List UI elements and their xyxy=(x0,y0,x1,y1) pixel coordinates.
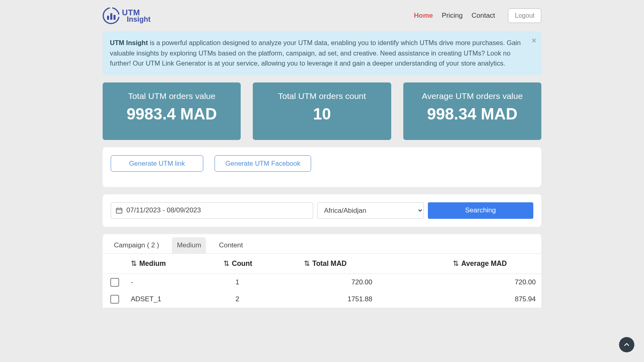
calendar-icon xyxy=(116,207,122,214)
generate-utm-link-button[interactable]: Generate UTM link xyxy=(111,155,203,172)
date-range-value: 07/11/2023 - 08/09/2023 xyxy=(126,206,201,214)
stat-value: 998.34 MAD xyxy=(407,105,537,123)
sort-icon: ⇅ xyxy=(131,259,137,267)
stat-avg-value: Average UTM orders value 998.34 MAD xyxy=(403,82,541,140)
stat-value: 10 xyxy=(257,105,387,123)
nav-contact[interactable]: Contact xyxy=(471,12,495,20)
stat-total-value: Total UTM orders value 9983.4 MAD xyxy=(103,82,241,140)
logo[interactable]: UTM Insight xyxy=(103,7,151,24)
info-alert: UTM Insight is a powerful application de… xyxy=(103,31,541,75)
sort-icon: ⇅ xyxy=(304,259,310,267)
tabs: Campaign ( 2 ) Medium Content xyxy=(103,234,541,254)
row-checkbox[interactable] xyxy=(110,295,119,304)
row-checkbox[interactable] xyxy=(110,278,119,287)
sort-icon: ⇅ xyxy=(453,259,459,267)
cell-medium: ADSET_1 xyxy=(127,291,211,308)
col-total[interactable]: ⇅Total MAD xyxy=(288,254,429,274)
header: UTM Insight Home Pricing Contact Logout xyxy=(103,0,541,31)
scroll-top-button[interactable] xyxy=(619,337,634,352)
stats-row: Total UTM orders value 9983.4 MAD Total … xyxy=(103,82,541,140)
svg-rect-0 xyxy=(116,208,122,213)
tab-content[interactable]: Content xyxy=(214,237,248,253)
stat-title: Total UTM orders count xyxy=(257,91,387,101)
main-nav: Home Pricing Contact Logout xyxy=(414,8,541,23)
cell-average: 875.94 xyxy=(429,291,541,308)
cell-average: 720.00 xyxy=(429,274,541,291)
close-icon[interactable]: × xyxy=(531,35,537,46)
alert-title: UTM Insight xyxy=(110,39,148,46)
table-row: - 1 720.00 720.00 xyxy=(103,274,541,291)
cell-total: 1751.88 xyxy=(288,291,429,308)
filter-panel: 07/11/2023 - 08/09/2023 Africa/Abidjan S… xyxy=(103,194,541,227)
logo-line2: Insight xyxy=(127,16,151,23)
chevron-up-icon xyxy=(624,342,630,348)
col-count[interactable]: ⇅Count xyxy=(211,254,288,274)
cell-count: 2 xyxy=(211,291,288,308)
stat-total-count: Total UTM orders count 10 xyxy=(253,82,391,140)
timezone-select[interactable]: Africa/Abidjan xyxy=(317,202,424,219)
stat-title: Average UTM orders value xyxy=(407,91,537,101)
col-average[interactable]: ⇅Average MAD xyxy=(429,254,541,274)
logo-text: UTM Insight xyxy=(122,8,151,23)
cell-medium: - xyxy=(127,274,211,291)
sort-icon: ⇅ xyxy=(223,259,229,267)
search-button[interactable]: Searching xyxy=(428,202,534,219)
stat-value: 9983.4 MAD xyxy=(107,105,237,123)
nav-pricing[interactable]: Pricing xyxy=(442,12,463,20)
date-range-input[interactable]: 07/11/2023 - 08/09/2023 xyxy=(111,202,313,219)
cell-count: 1 xyxy=(211,274,288,291)
alert-text: is a powerful application designed to an… xyxy=(110,39,521,67)
stat-title: Total UTM orders value xyxy=(107,91,237,101)
tab-campaign[interactable]: Campaign ( 2 ) xyxy=(109,237,164,253)
tab-medium[interactable]: Medium xyxy=(172,237,206,253)
col-checkbox xyxy=(103,254,127,274)
nav-home[interactable]: Home xyxy=(414,12,433,20)
col-medium[interactable]: ⇅Medium xyxy=(127,254,211,274)
table-row: ADSET_1 2 1751.88 875.94 xyxy=(103,291,541,308)
cell-total: 720.00 xyxy=(288,274,429,291)
generate-utm-facebook-button[interactable]: Generate UTM Facebook xyxy=(215,155,311,172)
results-table: ⇅Medium ⇅Count ⇅Total MAD ⇅Average MAD -… xyxy=(103,254,541,308)
results-card: Campaign ( 2 ) Medium Content ⇅Medium ⇅C… xyxy=(103,234,541,308)
generate-panel: Generate UTM link Generate UTM Facebook xyxy=(103,147,541,187)
logo-chart-icon xyxy=(103,7,120,24)
logout-button[interactable]: Logout xyxy=(508,8,541,23)
